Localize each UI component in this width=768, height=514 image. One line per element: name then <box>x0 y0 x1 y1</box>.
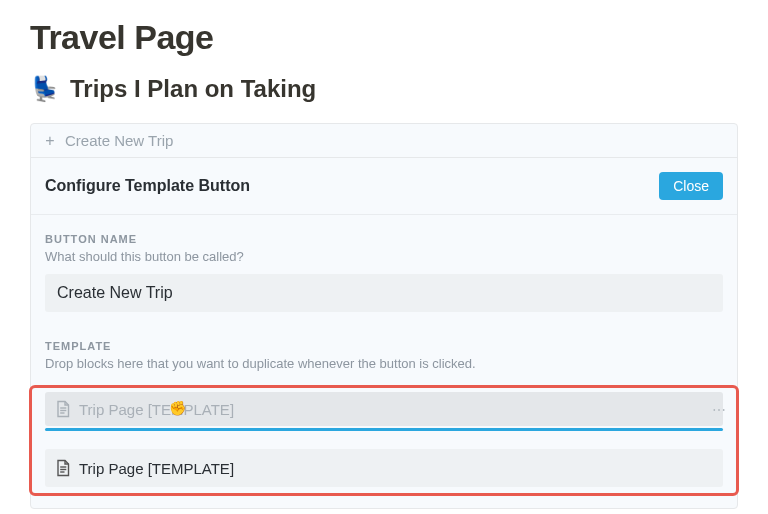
section-heading: Trips I Plan on Taking <box>70 75 316 103</box>
template-button-block: + Create New Trip Configure Template But… <box>30 123 738 509</box>
close-button[interactable]: Close <box>659 172 723 200</box>
grab-cursor-icon: ✊ <box>169 400 186 416</box>
page-title: Travel Page <box>30 18 738 57</box>
button-name-input[interactable] <box>45 274 723 312</box>
configure-panel: Configure Template Button Close BUTTON N… <box>31 158 737 508</box>
button-name-section: BUTTON NAME What should this button be c… <box>31 215 737 322</box>
template-label: TEMPLATE <box>45 340 723 352</box>
create-new-trip-button[interactable]: + Create New Trip <box>31 124 737 158</box>
template-hint: Drop blocks here that you want to duplic… <box>45 356 723 371</box>
drop-indicator <box>45 428 723 431</box>
page-icon <box>55 400 71 418</box>
plus-icon: + <box>43 133 57 149</box>
template-ghost-label: Trip Page [TEMPLATE] <box>79 401 234 418</box>
dragged-page-label: Trip Page [TEMPLATE] <box>79 460 234 477</box>
configure-title: Configure Template Button <box>45 177 250 195</box>
template-section: TEMPLATE Drop blocks here that you want … <box>31 322 737 385</box>
more-icon[interactable]: ⋯ <box>712 402 727 418</box>
template-drop-area[interactable]: Trip Page [TEMPLATE] ✊ ⋯ <box>31 385 737 508</box>
create-button-label: Create New Trip <box>65 132 173 149</box>
section-header: 💺 Trips I Plan on Taking <box>30 75 738 103</box>
seat-icon: 💺 <box>30 77 60 101</box>
page-icon <box>55 459 71 477</box>
button-name-label: BUTTON NAME <box>45 233 723 245</box>
button-name-hint: What should this button be called? <box>45 249 723 264</box>
dragged-page-block[interactable]: Trip Page [TEMPLATE] <box>45 449 723 487</box>
annotation-highlight: Trip Page [TEMPLATE] ✊ ⋯ <box>29 385 739 496</box>
template-ghost-item[interactable]: Trip Page [TEMPLATE] ✊ ⋯ <box>45 392 723 426</box>
